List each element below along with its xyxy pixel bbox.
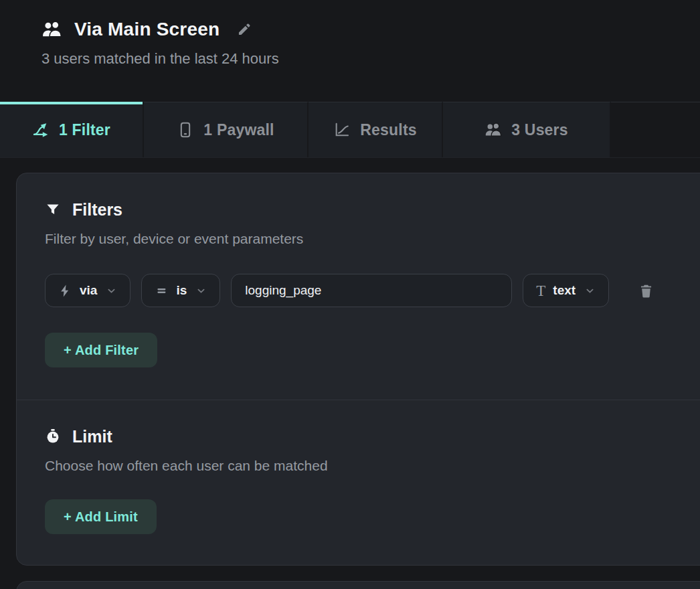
chevron-down-icon [106,285,117,297]
trash-icon [638,283,654,299]
audience-config-card: Filters Filter by user, device or event … [16,173,700,566]
tab-bar: 1 Filter 1 Paywall Results 3 Users [0,102,700,158]
split-arrows-icon [32,121,50,139]
page-title: Via Main Screen [74,19,220,40]
tab-label: 1 Paywall [203,121,274,139]
add-filter-button[interactable]: + Add Filter [45,333,157,367]
filter-type-label: text [553,283,576,298]
pencil-icon [237,22,252,37]
filter-operator-label: is [176,283,187,298]
tab-bar-filler [611,102,700,157]
matched-users-summary: 3 users matched in the last 24 hours [41,50,700,68]
funnel-icon [45,201,61,218]
filters-section: Filters Filter by user, device or event … [17,173,700,400]
tab-label: 1 Filter [59,121,110,139]
filter-operator-dropdown[interactable]: is [141,274,220,307]
filter-row: via is T text [45,274,697,307]
filters-section-title: Filters [72,200,122,220]
limit-section-title: Limit [72,427,112,446]
stopwatch-icon [45,428,61,444]
filter-property-label: via [80,283,97,298]
lightning-icon [58,284,72,298]
tab-results[interactable]: Results [309,102,443,157]
line-chart-icon [333,121,351,139]
text-type-icon: T [536,283,545,299]
filters-section-subtitle: Filter by user, device or event paramete… [45,231,697,247]
smartphone-icon [177,121,194,139]
chevron-down-icon [195,285,207,297]
tab-filter[interactable]: 1 Filter [0,102,144,157]
limit-section-subtitle: Choose how often each user can be matche… [45,458,697,474]
tab-label: Results [360,121,416,139]
users-icon [485,121,502,139]
tab-users[interactable]: 3 Users [443,102,611,157]
equals-icon [155,284,169,298]
tab-label: 3 Users [511,121,568,139]
filter-value-input[interactable] [231,274,512,307]
users-icon [41,20,62,39]
edit-title-button[interactable] [236,21,253,38]
next-section-card-partial [16,581,700,589]
chevron-down-icon [584,285,596,297]
delete-filter-button[interactable] [636,280,657,301]
filter-type-dropdown[interactable]: T text [523,274,609,307]
audience-header: Via Main Screen 3 users matched in the l… [0,0,700,68]
add-limit-button[interactable]: + Add Limit [45,499,157,534]
limit-section: Limit Choose how often each user can be … [17,400,700,565]
tab-paywall[interactable]: 1 Paywall [144,102,309,157]
filter-property-dropdown[interactable]: via [45,274,130,307]
